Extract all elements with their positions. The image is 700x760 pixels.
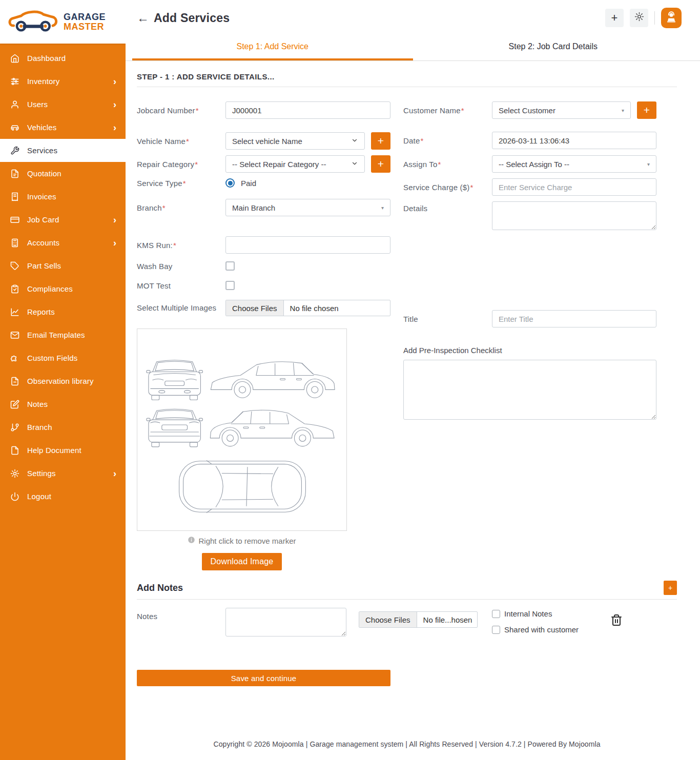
wash-bay-checkbox[interactable] bbox=[225, 261, 235, 271]
sidebar-item-observation-library[interactable]: Observation library bbox=[0, 369, 126, 393]
service-charge-row: Service Charge ($)* bbox=[403, 178, 656, 196]
gear-icon bbox=[634, 11, 644, 25]
repair-category-select[interactable]: -- Select Repair Category -- bbox=[225, 155, 365, 173]
internal-notes-label: Internal Notes bbox=[504, 609, 552, 618]
note-textarea[interactable] bbox=[225, 608, 346, 636]
sidebar-item-settings[interactable]: Settings › bbox=[0, 462, 126, 485]
vehicle-damage-diagram[interactable] bbox=[137, 328, 347, 531]
add-note-button[interactable]: + bbox=[664, 581, 677, 595]
note-file-input[interactable]: Choose Files No file...hosen bbox=[359, 611, 478, 628]
add-repair-category-button[interactable]: + bbox=[371, 155, 390, 173]
add-customer-button[interactable]: + bbox=[637, 101, 656, 119]
sidebar-item-logout[interactable]: Logout bbox=[0, 485, 126, 508]
chevron-right-icon: › bbox=[113, 215, 116, 224]
sidebar-item-notes[interactable]: Notes bbox=[0, 393, 126, 416]
document-icon bbox=[10, 446, 19, 455]
sidebar-item-part-sells[interactable]: Part Sells bbox=[0, 254, 126, 277]
title-input[interactable] bbox=[492, 310, 656, 327]
mot-test-label: MOT Test bbox=[137, 281, 171, 290]
images-file-input[interactable]: Choose Files No file chosen bbox=[225, 300, 390, 316]
service-charge-input[interactable] bbox=[492, 178, 656, 196]
sidebar-item-vehicles[interactable]: Vehicles › bbox=[0, 116, 126, 139]
choose-files-button[interactable]: Choose Files bbox=[226, 300, 284, 316]
profile-avatar-button[interactable] bbox=[661, 8, 682, 28]
wash-bay-row: Wash Bay bbox=[137, 261, 390, 271]
kms-run-input[interactable] bbox=[225, 236, 390, 254]
triangle-down-icon: ▾ bbox=[381, 205, 384, 211]
title-row: Title bbox=[403, 310, 656, 327]
service-charge-label: Service Charge ($) bbox=[403, 183, 469, 192]
tab-step2-job-card-details[interactable]: Step 2: Job Card Details bbox=[413, 36, 694, 60]
customer-select[interactable]: Select Customer ▾ bbox=[492, 101, 631, 119]
branch-select[interactable]: Main Branch ▾ bbox=[225, 199, 390, 216]
sidebar-item-compliances[interactable]: Compliances bbox=[0, 277, 126, 300]
sidebar: GARAGE MASTER Dashboard Inventory › User… bbox=[0, 0, 126, 760]
sidebar-item-branch[interactable]: Branch bbox=[0, 416, 126, 439]
back-arrow-icon[interactable]: ← bbox=[137, 12, 149, 24]
add-button[interactable]: + bbox=[605, 9, 624, 27]
car-wrench-logo-icon bbox=[6, 6, 58, 37]
sidebar-item-reports[interactable]: Reports bbox=[0, 300, 126, 323]
chevron-right-icon: › bbox=[113, 77, 116, 86]
paid-radio[interactable] bbox=[225, 178, 235, 188]
sidebar-item-invoices[interactable]: Invoices bbox=[0, 185, 126, 208]
triangle-down-icon: ▾ bbox=[647, 161, 650, 167]
power-icon bbox=[10, 492, 19, 501]
file-status-text: No file chosen bbox=[284, 304, 345, 313]
add-vehicle-button[interactable]: + bbox=[371, 132, 390, 150]
sidebar-item-job-card[interactable]: Job Card › bbox=[0, 208, 126, 231]
info-icon bbox=[188, 536, 195, 545]
marker-hint: Right click to remove marker bbox=[137, 536, 347, 545]
tab-step1-add-service[interactable]: Step 1: Add Service bbox=[132, 36, 413, 60]
chevron-right-icon: › bbox=[113, 238, 116, 248]
date-input[interactable] bbox=[492, 132, 656, 149]
repair-category-label: Repair Category bbox=[137, 160, 194, 169]
main-area: ← Add Services + Step 1: Add Service Ste… bbox=[126, 0, 700, 760]
download-image-button[interactable]: Download Image bbox=[202, 553, 282, 570]
service-type-label: Service Type bbox=[137, 179, 182, 188]
branch-label: Branch bbox=[137, 203, 162, 212]
clipboard-check-icon bbox=[10, 284, 19, 294]
internal-notes-checkbox[interactable] bbox=[492, 610, 500, 618]
puzzle-icon bbox=[10, 354, 19, 363]
settings-button[interactable] bbox=[630, 9, 648, 27]
add-notes-title: Add Notes bbox=[137, 583, 183, 593]
details-textarea[interactable] bbox=[492, 201, 656, 230]
details-label: Details bbox=[403, 204, 427, 213]
mot-test-row: MOT Test bbox=[137, 281, 390, 290]
multiple-images-row: Select Multiple Images Choose Files No f… bbox=[137, 300, 390, 316]
delete-note-button[interactable] bbox=[610, 614, 623, 628]
user-at-desk-icon bbox=[665, 11, 678, 26]
save-and-continue-button[interactable]: Save and continue bbox=[137, 670, 390, 686]
sidebar-item-custom-fields[interactable]: Custom Fields bbox=[0, 346, 126, 369]
sidebar-item-users[interactable]: Users › bbox=[0, 93, 126, 116]
vehicle-name-select[interactable]: Select vehicle Name bbox=[225, 132, 365, 150]
sidebar-item-help-document[interactable]: Help Document bbox=[0, 439, 126, 462]
assign-to-label: Assign To bbox=[403, 160, 438, 169]
repair-category-row: Repair Category* -- Select Repair Catego… bbox=[137, 155, 390, 173]
jobcard-number-input[interactable] bbox=[225, 101, 390, 119]
vertical-divider bbox=[654, 11, 655, 25]
vehicle-name-label: Vehicle Name bbox=[137, 137, 186, 146]
chevron-right-icon: › bbox=[113, 123, 116, 132]
assign-to-select[interactable]: -- Select Assign To -- ▾ bbox=[492, 155, 656, 173]
gear-icon bbox=[10, 469, 19, 478]
sidebar-item-quotation[interactable]: Quotation bbox=[0, 162, 126, 185]
wash-bay-label: Wash Bay bbox=[137, 262, 172, 271]
sidebar-item-services[interactable]: Services bbox=[0, 139, 126, 162]
sidebar-item-email-templates[interactable]: Email Templates bbox=[0, 323, 126, 346]
home-icon bbox=[10, 54, 19, 63]
sidebar-item-accounts[interactable]: Accounts › bbox=[0, 231, 126, 254]
service-type-row: Service Type* Paid bbox=[137, 178, 390, 188]
choose-files-button[interactable]: Choose Files bbox=[359, 612, 417, 627]
app-logo[interactable]: GARAGE MASTER bbox=[0, 0, 126, 44]
shared-with-customer-checkbox[interactable] bbox=[492, 626, 500, 634]
customer-name-row: Customer Name* Select Customer ▾ + bbox=[403, 101, 656, 119]
mot-test-checkbox[interactable] bbox=[225, 281, 235, 290]
sidebar-item-inventory[interactable]: Inventory › bbox=[0, 70, 126, 93]
sidebar-item-dashboard[interactable]: Dashboard bbox=[0, 47, 126, 70]
file-status-text: No file...hosen bbox=[417, 615, 477, 624]
paid-radio-label: Paid bbox=[241, 179, 256, 188]
pre-inspection-checklist-textarea[interactable] bbox=[403, 360, 656, 420]
chevron-down-icon bbox=[351, 160, 358, 169]
